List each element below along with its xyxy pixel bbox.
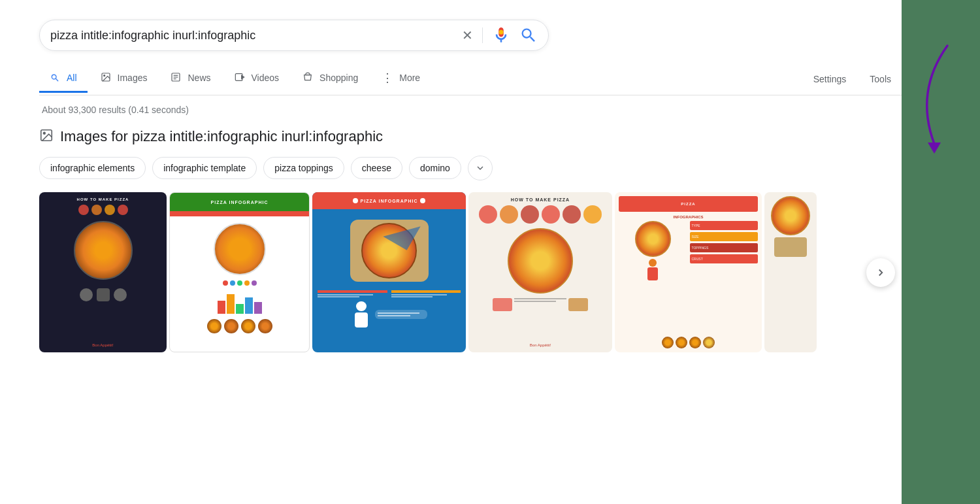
search-submit-icon[interactable] — [519, 26, 538, 44]
chip-infographic-elements[interactable]: infographic elements — [39, 157, 146, 179]
chip-pizza-toppings[interactable]: pizza toppings — [263, 157, 344, 179]
tab-images[interactable]: Images — [90, 64, 158, 94]
tab-all[interactable]: All — [39, 65, 88, 93]
tab-news-label: News — [188, 73, 210, 83]
nav-right: Settings Tools — [803, 66, 902, 92]
clear-icon[interactable]: ✕ — [462, 27, 473, 43]
tab-shopping[interactable]: Shopping — [292, 64, 368, 94]
filter-chips: infographic elements infographic templat… — [39, 156, 902, 180]
search-bar-container: pizza intitle:infographic inurl:infograp… — [39, 20, 902, 51]
settings-link[interactable]: Settings — [803, 66, 857, 92]
image-tile-6[interactable] — [764, 192, 817, 352]
image-section-icon — [39, 128, 54, 145]
nav-tabs: All Images News — [39, 63, 902, 95]
news-icon — [171, 72, 184, 84]
all-search-icon — [50, 73, 63, 83]
arrow-annotation — [895, 39, 967, 170]
svg-point-12 — [43, 132, 45, 134]
tab-more[interactable]: ⋮ More — [371, 63, 431, 95]
chip-cheese[interactable]: cheese — [351, 157, 402, 179]
image-tile-4[interactable]: HOW TO MAKE PIZZA — [468, 192, 612, 352]
image-tile-1[interactable]: HOW TO MAKE PIZZA Bon Appétit! — [39, 192, 167, 352]
mic-icon[interactable] — [492, 26, 510, 44]
search-bar-icons: ✕ — [462, 26, 538, 44]
image-results-row: HOW TO MAKE PIZZA Bon Appétit! — [39, 192, 902, 352]
main-content: pizza intitle:infographic inurl:infograp… — [0, 0, 902, 504]
search-input[interactable]: pizza intitle:infographic inurl:infograp… — [50, 29, 457, 42]
svg-point-4 — [103, 75, 105, 76]
chip-domino[interactable]: domino — [409, 157, 461, 179]
images-section-title: Images for pizza intitle:infographic inu… — [60, 128, 383, 145]
shopping-icon — [302, 72, 316, 84]
tab-all-label: All — [67, 73, 77, 83]
more-dots-icon: ⋮ — [382, 71, 393, 85]
svg-marker-10 — [241, 75, 244, 78]
images-icon — [101, 72, 114, 84]
expand-chips-button[interactable] — [468, 156, 493, 180]
search-bar: pizza intitle:infographic inurl:infograp… — [39, 20, 549, 51]
tab-videos[interactable]: Videos — [224, 64, 290, 94]
image-tile-3[interactable]: PIZZA INFOGRAPHIC — [312, 192, 466, 352]
svg-point-0 — [499, 30, 504, 35]
tab-shopping-label: Shopping — [319, 73, 358, 83]
tab-news[interactable]: News — [160, 64, 221, 94]
videos-icon — [235, 72, 248, 84]
divider — [482, 27, 483, 43]
chip-infographic-template[interactable]: infographic template — [152, 157, 257, 179]
results-count: About 93,300 results (0.41 seconds) — [39, 105, 902, 115]
tab-videos-label: Videos — [252, 73, 280, 83]
image-tile-2[interactable]: PIZZA INFOGRAPHIC — [169, 192, 310, 352]
right-sidebar — [902, 0, 980, 504]
tab-images-label: Images — [118, 73, 148, 83]
next-images-button[interactable] — [866, 258, 895, 287]
images-section-header: Images for pizza intitle:infographic inu… — [39, 128, 902, 145]
image-tile-5[interactable]: PIZZA INFOGRAPHICS — [615, 192, 762, 352]
svg-line-2 — [56, 78, 57, 80]
svg-marker-13 — [928, 143, 941, 154]
tab-more-label: More — [399, 73, 420, 83]
